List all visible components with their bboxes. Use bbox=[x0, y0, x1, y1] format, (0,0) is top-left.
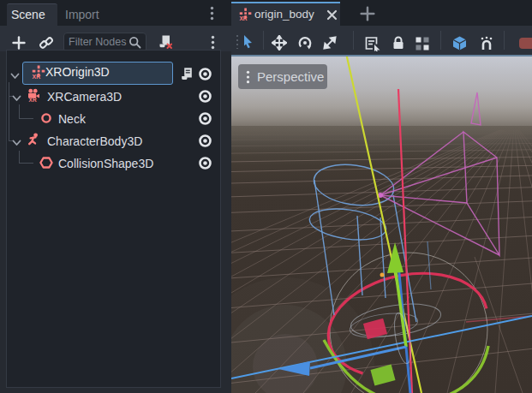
svg-text:XR: XR bbox=[29, 97, 37, 102]
svg-text:XR: XR bbox=[239, 15, 247, 21]
svg-text:XR: XR bbox=[33, 74, 41, 79]
